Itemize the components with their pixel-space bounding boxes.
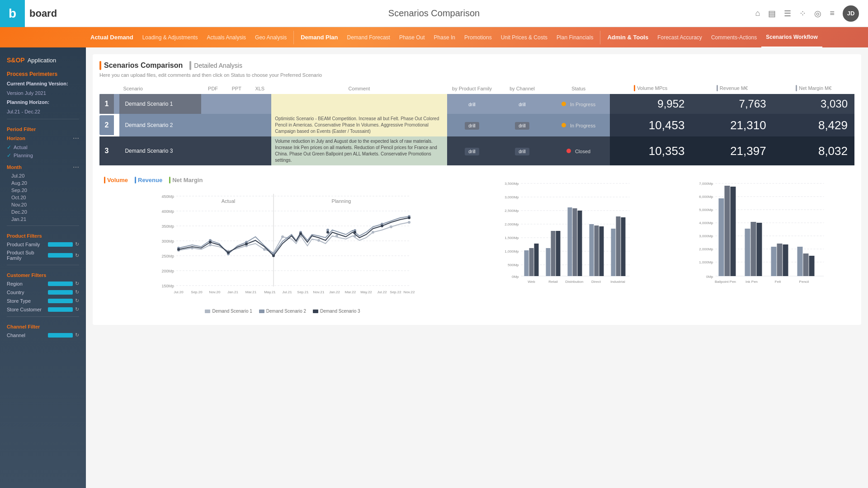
netmargin-val-2: 8,429 xyxy=(818,118,848,132)
scenario-row-3[interactable]: 3 Demand Scenario 3 Volume reduction in … xyxy=(99,136,854,165)
line-chart-legend: Demand Scenario 1 Demand Scenario 2 Dema… xyxy=(104,309,461,314)
scenario-ppt-2[interactable] xyxy=(225,114,248,136)
sidebar-region-refresh[interactable]: ↻ xyxy=(75,281,79,286)
sidebar-store-customer-bar[interactable] xyxy=(48,307,73,312)
scenario-drill-channel-3[interactable]: drill xyxy=(497,136,547,165)
scenario-num-1: 1 xyxy=(99,94,114,114)
nm-tab-label: Net Margin xyxy=(172,177,203,183)
svg-text:150Mp: 150Mp xyxy=(161,284,174,288)
sidebar-product-family-bar[interactable] xyxy=(48,242,73,247)
scenario-drill-channel-2[interactable]: drill xyxy=(497,114,547,136)
chart-tab-revenue[interactable]: Revenue xyxy=(135,177,162,183)
month-jan21[interactable]: Jan.21 xyxy=(0,216,86,223)
scenario-row-2[interactable]: 2 Demand Scenario 2 Optimistic Scenario … xyxy=(99,114,854,136)
scenario-drill-channel-1[interactable]: drill xyxy=(497,94,547,114)
month-sep20[interactable]: Sep.20 xyxy=(0,187,86,194)
drill-product-btn-1[interactable]: drill xyxy=(465,101,479,108)
scenario-pdf-3[interactable] xyxy=(201,136,225,165)
scenario-comment-1 xyxy=(271,94,447,114)
message-icon[interactable]: ◎ xyxy=(814,9,821,19)
svg-text:Distribution: Distribution xyxy=(565,280,583,284)
svg-text:5,000Mp: 5,000Mp xyxy=(699,208,713,212)
chart-tab-volume[interactable]: Volume xyxy=(104,177,128,183)
scenario-xls-1[interactable] xyxy=(248,94,271,114)
scenario-xls-2[interactable] xyxy=(248,114,271,136)
month-jul20[interactable]: Jul.20 xyxy=(0,172,86,179)
svg-text:Pencil: Pencil xyxy=(799,280,809,284)
home-icon[interactable]: ⌂ xyxy=(755,9,760,18)
monitor-icon[interactable]: ▤ xyxy=(768,9,776,19)
month-dec20[interactable]: Dec.20 xyxy=(0,208,86,216)
svg-rect-94 xyxy=(611,229,616,276)
svg-text:2,000Mp: 2,000Mp xyxy=(699,247,713,251)
net-margin-accent xyxy=(796,85,797,91)
sidebar-product-sub-family-refresh[interactable]: ↻ xyxy=(75,253,79,258)
legend-scenario1: Demand Scenario 1 xyxy=(205,309,252,314)
scenario-ppt-3[interactable] xyxy=(225,136,248,165)
sidebar-country-bar[interactable] xyxy=(48,290,73,295)
sidebar-horizon-value: Jul.21 - Dec.22 xyxy=(0,107,86,117)
sidebar-channel-refresh[interactable]: ↻ xyxy=(75,332,79,338)
scenario-name-1: Demand Scenario 1 xyxy=(119,94,201,114)
month-oct20[interactable]: Oct.20 xyxy=(0,194,86,201)
sidebar-region-bar[interactable] xyxy=(48,282,73,286)
sidebar-country-refresh[interactable]: ↻ xyxy=(75,289,79,295)
sidebar-channel-filter: Channel Filter xyxy=(0,319,86,331)
svg-rect-85 xyxy=(546,248,551,276)
chart-tab-net-margin[interactable]: Net Margin xyxy=(169,177,203,183)
nav-phase-out[interactable]: Phase Out xyxy=(395,27,429,47)
drill-channel-btn-1[interactable]: drill xyxy=(515,101,529,108)
scenario-xls-3[interactable] xyxy=(248,136,271,165)
nav-geo-analysis[interactable]: Geo Analysis xyxy=(250,27,291,47)
menu-icon[interactable]: ≡ xyxy=(830,9,835,18)
nav-unit-prices[interactable]: Unit Prices & Costs xyxy=(496,27,552,47)
revenue-val-2: 21,310 xyxy=(730,118,766,132)
nav-plan-financials[interactable]: Plan Financials xyxy=(552,27,598,47)
scenario-volume-3: 10,353 xyxy=(610,136,691,165)
drill-channel-btn-3[interactable]: drill xyxy=(515,148,529,155)
sidebar-store-type-bar[interactable] xyxy=(48,299,73,303)
svg-point-47 xyxy=(326,231,329,234)
sidebar-month-dots[interactable]: ⋯ xyxy=(73,164,79,171)
th-num xyxy=(99,83,119,94)
drill-channel-btn-2[interactable]: drill xyxy=(515,122,529,130)
scenario-row-1[interactable]: 1 Demand Scenario 1 drill drill xyxy=(99,94,854,114)
nav-actuals-analysis[interactable]: Actuals Analysis xyxy=(202,27,250,47)
scenario-drill-product-1[interactable]: drill xyxy=(447,94,497,114)
status-label-3: Closed xyxy=(575,149,590,154)
nav-promotions[interactable]: Promotions xyxy=(460,27,496,47)
nav-demand-forecast[interactable]: Demand Forecast xyxy=(343,27,395,47)
sidebar: S&OP Application Process Perimeters Curr… xyxy=(0,47,86,488)
sidebar-product-sub-family-bar[interactable] xyxy=(48,253,73,258)
sidebar-store-type-refresh[interactable]: ↻ xyxy=(75,298,79,304)
sidebar-horizon-dots[interactable]: ⋯ xyxy=(73,135,79,142)
nav-forecast-accuracy[interactable]: Forecast Accuracy xyxy=(653,27,707,47)
drill-product-btn-2[interactable]: drill xyxy=(465,122,479,130)
scenario-drill-product-2[interactable]: drill xyxy=(447,114,497,136)
nav-comments-actions[interactable]: Comments-Actions xyxy=(707,27,761,47)
svg-text:Web: Web xyxy=(528,280,535,284)
month-nov20[interactable]: Nov.20 xyxy=(0,201,86,208)
month-aug20[interactable]: Aug.20 xyxy=(0,179,86,187)
scenario-pdf-1[interactable] xyxy=(201,94,225,114)
nav-loading-adjustments[interactable]: Loading & Adjustments xyxy=(138,27,203,47)
scenario-pdf-2[interactable] xyxy=(201,114,225,136)
sidebar-product-family-refresh[interactable]: ↻ xyxy=(75,241,79,247)
users-icon[interactable]: ⁘ xyxy=(799,9,806,19)
sidebar-region-label: Region xyxy=(7,281,46,286)
sidebar-channel-bar[interactable] xyxy=(48,333,73,338)
svg-text:Nov.22: Nov.22 xyxy=(404,290,415,294)
nav-phase-in[interactable]: Phase In xyxy=(429,27,460,47)
scenario-drill-product-3[interactable]: drill xyxy=(447,136,497,165)
nav-scenarios-workflow[interactable]: Scenarios Workflow xyxy=(761,27,822,47)
drill-product-btn-3[interactable]: drill xyxy=(465,148,479,155)
legend-label-s1: Demand Scenario 1 xyxy=(212,309,252,314)
th-comment: Comment xyxy=(271,83,447,94)
sidebar-store-customer-refresh[interactable]: ↻ xyxy=(75,306,79,312)
scenario-revenue-2: 21,310 xyxy=(691,114,773,136)
scenario-ppt-1[interactable] xyxy=(225,94,248,114)
svg-text:1,000Mp: 1,000Mp xyxy=(699,260,713,264)
bar-chart-channel-svg: 3,500Mp 3,000Mp 2,500Mp 2,000Mp 1,500Mp … xyxy=(477,177,656,301)
avatar[interactable]: JD xyxy=(843,5,859,22)
chat-icon[interactable]: ☰ xyxy=(784,9,791,19)
